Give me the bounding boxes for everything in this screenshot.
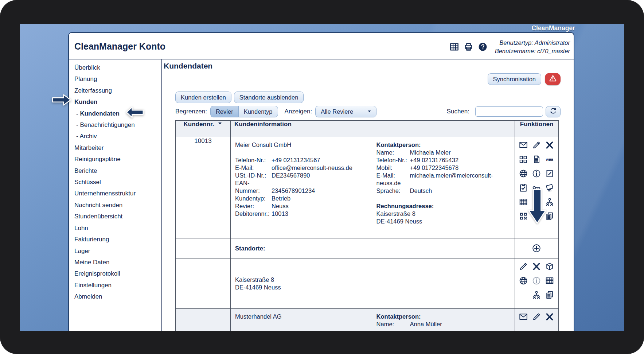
delete-icon[interactable] — [531, 261, 542, 272]
column-kundennr[interactable]: Kundennr. — [176, 121, 231, 137]
grid-table-icon[interactable] — [545, 276, 555, 286]
edit-icon[interactable] — [531, 140, 542, 150]
user-info: Benutzertyp: Administrator Benutzername:… — [495, 39, 570, 55]
filter-left: Begrenzen: Revier Kundentyp Anzeigen: Al… — [175, 106, 376, 117]
annotation-arrow-left — [126, 106, 144, 119]
field-label: E-Mail: — [235, 164, 272, 172]
delete-icon[interactable] — [545, 140, 555, 150]
help-icon[interactable] — [478, 42, 488, 52]
sidebar-item-reinigungsplaene[interactable]: Reinigungspläne — [74, 153, 161, 165]
locations-label-cell: Standorte: — [231, 238, 515, 258]
add-location-icon[interactable] — [531, 243, 542, 253]
hide-locations-button[interactable]: Standorte ausblenden — [234, 92, 304, 103]
sidebar-item-benachrichtigungen[interactable]: - Benachrichtigungen — [74, 119, 161, 131]
window-title: CleanManager Konto — [74, 41, 165, 52]
search-label: Suchen: — [447, 108, 469, 115]
sidebar-item-lager[interactable]: Lager — [74, 245, 161, 257]
column-funktionen: Funktionen — [515, 121, 559, 137]
info-icon[interactable] — [531, 168, 542, 179]
edit-icon[interactable] — [531, 312, 542, 322]
revier-select[interactable]: Alle Reviere — [315, 106, 376, 117]
add-location-wrap — [517, 243, 557, 253]
sidebar-item-fakturierung[interactable]: Fakturierung — [74, 234, 161, 245]
sidebar-item-ereignisprotokoll[interactable]: Ereignisprotokoll — [74, 268, 161, 279]
clipboard-check-icon[interactable] — [518, 183, 528, 193]
search-group: Suchen: — [447, 106, 561, 117]
mail-icon[interactable] — [518, 312, 528, 322]
web-icon[interactable]: WEB — [545, 154, 555, 164]
field-row: Name:Michaela Meier — [376, 149, 511, 156]
toolbar-buttons: Kunden erstellen Standorte ausblenden — [175, 92, 561, 103]
sidebar-item-mitarbeiter[interactable]: Mitarbeiter — [74, 142, 161, 153]
mail-icon[interactable] — [518, 140, 528, 150]
sidebar-item-planung[interactable]: Planung — [74, 73, 161, 85]
field-value: Deutsch — [410, 187, 511, 195]
limit-option-revier[interactable]: Revier — [210, 106, 238, 117]
search-input[interactable] — [475, 106, 543, 117]
delete-icon[interactable] — [545, 312, 555, 322]
field-label: Name: — [376, 320, 410, 328]
customer-number — [176, 309, 231, 331]
app-window: CleanManager Konto Benutzertyp: Administ… — [68, 32, 574, 331]
header-actions: Benutzertyp: Administrator Benutzername:… — [449, 39, 570, 55]
create-customer-button[interactable]: Kunden erstellen — [175, 92, 231, 103]
print-icon[interactable] — [464, 42, 474, 52]
field-value: Betrieb — [272, 195, 367, 202]
main-panel: Kundendaten Synchronisation Kunden erste… — [162, 59, 574, 331]
field-label: Kundentyp: — [235, 195, 272, 202]
book-icon[interactable] — [531, 154, 542, 164]
sidebar-item-berichte[interactable]: Berichte — [74, 165, 161, 176]
sidebar-item-kundendaten[interactable]: - Kundendaten — [74, 108, 161, 119]
table-view-icon[interactable] — [449, 42, 460, 52]
warning-triangle-icon — [549, 74, 557, 84]
window-body: ÜberblickPlanungZeiterfassungKunden- Kun… — [69, 59, 574, 331]
location-icon-grid — [517, 261, 557, 300]
limit-option-kundentyp[interactable]: Kundentyp — [238, 106, 278, 117]
sidebar-item-schluessel[interactable]: Schlüssel — [74, 176, 161, 188]
info-icon[interactable] — [531, 276, 542, 286]
sidebar-item-kunden[interactable]: Kunden — [74, 96, 161, 108]
sidebar-item-einstellungen[interactable]: Einstellungen — [74, 280, 161, 291]
synchronisation-button[interactable]: Synchronisation — [488, 73, 541, 85]
sidebar-item-ueberblick[interactable]: Überblick — [74, 62, 161, 73]
edit-icon[interactable] — [518, 261, 528, 272]
refresh-button[interactable] — [546, 106, 561, 117]
field-row: E-Mail:michaela.meier@meierconsult- — [376, 172, 511, 179]
location-street: Kaiserstraße 8 — [235, 276, 510, 284]
customer-row: 10013 Meier Consult GmbH Telefon-Nr.:+49… — [176, 137, 559, 238]
filter-row: Begrenzen: Revier Kundentyp Anzeigen: Al… — [175, 106, 561, 117]
grid-table-icon[interactable] — [518, 197, 528, 207]
sidebar: ÜberblickPlanungZeiterfassungKunden- Kun… — [69, 59, 162, 331]
field-label: USt.-ID-Nr.: — [235, 172, 272, 179]
main-content: Synchronisation Kunden erstellen Standor… — [175, 73, 561, 331]
sidebar-item-abmelden[interactable]: Abmelden — [74, 291, 161, 302]
revier-select-value: Alle Reviere — [321, 108, 353, 115]
sidebar-item-archiv[interactable]: - Archiv — [74, 131, 161, 142]
org-icon[interactable] — [531, 290, 542, 300]
sidebar-item-nachricht-senden[interactable]: Nachricht senden — [74, 199, 161, 211]
customer-info-fields: Telefon-Nr.:+49 02131234567E-Mail:office… — [235, 156, 367, 218]
field-value: office@meierconsult-neuss.de — [272, 164, 367, 172]
field-label: Sprache: — [376, 187, 410, 195]
field-value: +49 02131765432 — [410, 156, 511, 164]
globe-icon[interactable] — [518, 168, 528, 179]
globe-icon[interactable] — [518, 276, 528, 286]
sidebar-item-stundenuebersicht[interactable]: Stundenübersicht — [74, 211, 161, 222]
sidebar-item-zeiterfassung[interactable]: Zeiterfassung — [74, 85, 161, 96]
location-row: Kaiserstraße 8 DE-41469 Neuss — [176, 258, 559, 309]
field-row: USt.-ID-Nr.:DE234567890 — [235, 172, 367, 179]
sidebar-item-lohn[interactable]: Lohn — [74, 222, 161, 234]
empty-slot — [518, 290, 528, 300]
contact-heading: Kontaktperson: — [376, 141, 511, 149]
sidebar-item-unternehmensstruktur[interactable]: Unternehmensstruktur — [74, 188, 161, 199]
show-label: Anzeigen: — [285, 108, 312, 115]
cubes-icon[interactable] — [518, 154, 528, 164]
field-value: 2345678901234 — [272, 187, 367, 195]
sidebar-item-meine-daten[interactable]: Meine Daten — [74, 257, 161, 268]
note-icon[interactable] — [545, 168, 555, 179]
docs-icon[interactable] — [545, 290, 555, 300]
box-icon[interactable] — [545, 261, 555, 272]
sync-warning-badge[interactable] — [545, 73, 561, 85]
qr-icon[interactable] — [518, 211, 528, 221]
limit-label: Begrenzen: — [175, 108, 207, 115]
